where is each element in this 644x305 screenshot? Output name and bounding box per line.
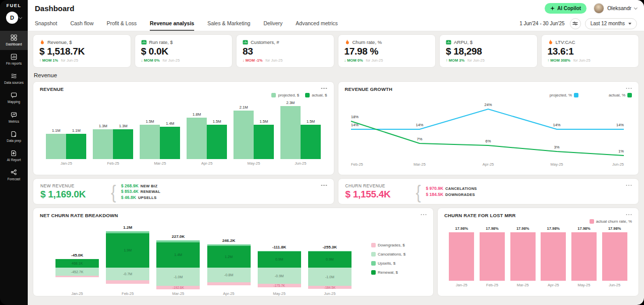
sidebar-item-forecast[interactable]: Forecast xyxy=(0,166,28,185)
chart-title: REVENUE xyxy=(40,86,327,92)
tab-sales-marketing[interactable]: Sales & Marketing xyxy=(207,16,250,31)
sidebar-item-metrics[interactable]: Metrics xyxy=(0,108,28,127)
kpi-label: Churn rate, % xyxy=(353,39,382,45)
bar-value-label: 2.3M xyxy=(286,100,295,105)
more-menu-icon[interactable] xyxy=(625,183,632,187)
kpi-footer: ↓ MOM 0%for Jun-25 xyxy=(141,58,226,63)
revenue-bars: 1.8M1.5M xyxy=(187,112,227,159)
bar-total-label: 246.2K xyxy=(207,238,251,243)
bar-total-label: 1.2M xyxy=(106,225,149,230)
revenue-bar xyxy=(301,125,321,160)
section-title: Revenue xyxy=(33,71,639,78)
breakdown-label: RENEWAL xyxy=(141,189,161,194)
tab-advanced-metrics[interactable]: Advanced metrics xyxy=(296,16,337,31)
legend-label: projected, % xyxy=(550,93,572,97)
revenue-bar xyxy=(93,129,113,159)
bar-value-label: 1.8M xyxy=(193,112,201,117)
sidebar-item-data-sources[interactable]: Data sources xyxy=(0,69,28,88)
stacked-segment: 0.9M xyxy=(258,251,301,268)
chevron-down-icon xyxy=(628,23,631,25)
data-prep-icon xyxy=(11,131,17,137)
stacked-segment: -0.7M xyxy=(106,268,149,280)
more-menu-icon[interactable] xyxy=(420,213,427,217)
churn-revenue-card: CHURN REVENUE $ 1,155.4K { $ 970.9KCANCE… xyxy=(338,178,639,205)
period-selector[interactable]: Last 12 months xyxy=(585,18,637,29)
revenue-bar xyxy=(254,125,274,160)
breakdown-label: UPSELLS xyxy=(138,195,157,200)
revenue-bar-group: 2.3M1.5MJun-25 xyxy=(280,100,321,166)
stacked-segment: -0.8M xyxy=(207,268,251,282)
kpi-period: for Jun-25 xyxy=(61,58,78,63)
tab-revenue-analysis[interactable]: Revenue analysis xyxy=(150,16,194,31)
sidebar-item-label: Mapping xyxy=(8,100,20,104)
x-axis-label: Mar-25 xyxy=(414,162,426,167)
legend-actual-churn-rate-%: actual churn rate, % xyxy=(590,219,632,224)
tab-profit-loss[interactable]: Profit & Loss xyxy=(106,16,137,31)
legend-actual-: actual, $ xyxy=(305,93,327,97)
breakdown-item: $ 268.9KNEW BIZ xyxy=(121,183,160,188)
tab-cash-flow[interactable]: Cash flow xyxy=(70,16,93,31)
kpi-header: Revenue, $ xyxy=(39,39,125,45)
legend-chip xyxy=(371,270,376,275)
page-title: Dashboard xyxy=(35,4,74,13)
sidebar-item-mapping[interactable]: Mapping xyxy=(0,88,28,108)
sidebar-item-ai-report[interactable]: AI Report xyxy=(0,146,28,166)
sidebar-item-fin-reports[interactable]: Fin reports xyxy=(0,50,28,69)
net-churn-column: -255.3K0.9M-1.0M-184.5KJun-25 xyxy=(308,219,352,298)
chevron-down-icon xyxy=(19,15,22,19)
stacked-segment: -175.7K xyxy=(258,284,301,287)
tab-delivery[interactable]: Delivery xyxy=(263,16,282,31)
legend-chip xyxy=(590,219,594,224)
user-menu[interactable]: Oleksandr xyxy=(594,3,637,14)
main-area: Dashboard AI Copilot Oleksandr SnapshotC… xyxy=(28,0,644,305)
revenue-bar xyxy=(66,134,86,159)
legend-chip xyxy=(305,93,310,97)
net-churn-column: 246.2K1.2M-0.8MApr-25 xyxy=(207,219,251,298)
more-menu-icon[interactable] xyxy=(321,86,328,90)
revenue-bar-column: 1.3M xyxy=(93,124,113,159)
more-menu-icon[interactable] xyxy=(321,183,328,187)
churn-rate-bar-column: 17.98%Feb-25 xyxy=(480,226,505,287)
stacked-segment: -192.6K xyxy=(156,286,200,289)
sidebar-item-data-prep[interactable]: Data prep xyxy=(0,127,28,146)
user-avatar[interactable] xyxy=(594,3,604,14)
breakdown-label: CANCELATIONS xyxy=(445,186,477,191)
bar-total-label: 227.0K xyxy=(156,234,200,239)
kpi-mom-change: ↑ MOM 308% xyxy=(548,58,570,63)
ai-copilot-button[interactable]: AI Copilot xyxy=(545,3,587,14)
point-value-label: 14% xyxy=(616,123,623,127)
more-menu-icon[interactable] xyxy=(625,86,632,90)
more-menu-icon[interactable] xyxy=(625,213,632,217)
kpi-label: ARPU, $ xyxy=(454,39,473,45)
stacked-segment: 1.9M xyxy=(106,233,149,268)
stacked-segment xyxy=(55,276,99,277)
bar-total-label: -255.3K xyxy=(308,245,352,249)
kpi-label: Customers, # xyxy=(251,39,279,45)
user-name: Oleksandr xyxy=(607,5,631,11)
revenue-bar-group: 1.1M1.1MJan-25 xyxy=(46,128,86,166)
line-series xyxy=(351,109,624,129)
tab-snapshot[interactable]: Snapshot xyxy=(35,16,57,31)
workspace-avatar[interactable]: D xyxy=(6,12,18,24)
chart-title: CHURN RATE FOR LOST MRR xyxy=(444,213,632,218)
breakdown-amount: $ 46.8K xyxy=(121,195,136,200)
point-value-label: 18% xyxy=(351,115,359,119)
kpi-value: $ 0.0K xyxy=(141,46,226,57)
bar-value-label: 17.98% xyxy=(608,226,621,231)
x-axis-label: Mar-25 xyxy=(154,161,166,166)
point-value-label: 24% xyxy=(484,103,492,107)
revenue-bar-column: 1.1M xyxy=(46,128,66,159)
kpi-mom-change: ↓ MOM 0% xyxy=(344,58,363,63)
churn-rate-bar-column: 17.98%Apr-25 xyxy=(541,226,566,287)
workspace-switcher[interactable]: D xyxy=(6,12,22,24)
legend-label: actual churn rate, % xyxy=(596,219,632,224)
x-axis-label: May-25 xyxy=(248,161,260,166)
chart-icon xyxy=(141,39,147,45)
bar-value-label: 17.98% xyxy=(455,226,468,231)
mapping-icon xyxy=(11,92,17,98)
sidebar-item-dashboard[interactable]: Dashboard xyxy=(0,31,28,50)
churn-rate-bar-column: 17.98%Jun-25 xyxy=(602,226,627,287)
filter-button[interactable] xyxy=(570,18,581,29)
churn-rate-bar xyxy=(541,232,566,281)
kpi-mom-change: ↓ MOM 0% xyxy=(141,58,160,63)
